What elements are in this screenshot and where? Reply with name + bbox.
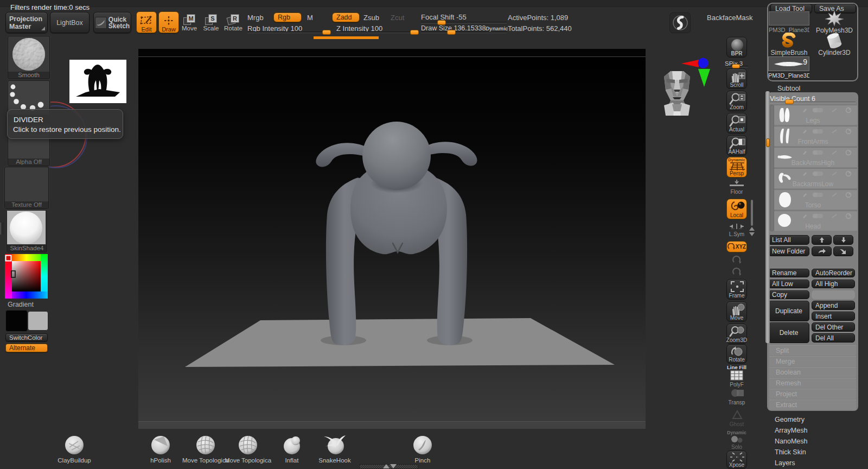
aahalf-button[interactable]: AAHalf — [726, 135, 747, 156]
zoom-button[interactable]: Zoom — [726, 91, 747, 111]
new-folder-button[interactable]: New Folder — [768, 246, 809, 256]
remesh-section[interactable]: Remesh — [769, 378, 856, 388]
zcut-button[interactable]: Zcut — [391, 14, 404, 22]
floor-button[interactable]: Floor — [726, 178, 747, 195]
boolean-section[interactable]: Boolean — [769, 367, 856, 377]
main-color-swatch[interactable] — [5, 310, 28, 332]
left-tray-grip[interactable] — [0, 223, 3, 234]
subtool-row[interactable]: FrontArms — [774, 126, 857, 146]
zadd-button[interactable]: Zadd — [332, 12, 360, 22]
move-3d-button[interactable]: Move — [726, 301, 747, 322]
subtool-row-icons[interactable] — [801, 170, 855, 177]
del-all-button[interactable]: Del All — [812, 333, 855, 343]
tool-item-cylinder3d[interactable]: Cylinder3D — [813, 34, 856, 54]
current-tool-button[interactable] — [669, 12, 691, 33]
z-intensity-slider-track[interactable] — [336, 31, 418, 33]
scale-gyro-button[interactable]: S Scale — [203, 13, 219, 33]
subtool-row[interactable]: Legs — [774, 105, 857, 125]
extract-section[interactable]: Extract — [769, 400, 856, 410]
delete-button[interactable]: Delete — [768, 322, 809, 343]
subtool-row[interactable]: BackArmsHigh — [774, 147, 857, 167]
subtool-row[interactable]: Head — [774, 211, 857, 231]
brush-snakehook[interactable]: SnakeHook — [314, 434, 355, 466]
visible-count-handle[interactable] — [785, 99, 794, 104]
spix-slider[interactable]: SPix 3 — [725, 58, 749, 68]
subtool-scrollbar-track[interactable] — [770, 105, 774, 231]
texture-selector[interactable]: Texture Off — [4, 167, 49, 209]
document-canvas[interactable] — [138, 49, 646, 429]
rgb-intensity-slider-handle[interactable] — [322, 30, 331, 35]
zoom3d-button[interactable]: Zoom3D — [726, 324, 747, 344]
switch-color-button[interactable]: SwitchColor — [5, 333, 48, 341]
split-section[interactable]: Split — [769, 345, 856, 356]
projection-master-button[interactable]: Projection Master — [5, 12, 48, 33]
brush-move-topological-2[interactable]: Move Topologica — [227, 434, 269, 466]
subtool-row-icons[interactable] — [801, 149, 855, 156]
local-button[interactable]: Local — [726, 199, 747, 219]
subtool-row-icons[interactable] — [801, 213, 855, 219]
duplicate-button[interactable]: Duplicate — [768, 301, 809, 321]
brush-inflat[interactable]: Inflat — [271, 434, 312, 466]
move-out-folder-button[interactable] — [833, 246, 853, 256]
shelf-scroll-up-arrow[interactable] — [749, 227, 755, 231]
paste-button-disabled[interactable] — [812, 290, 855, 299]
shelf-scroll-down-arrow[interactable] — [749, 232, 755, 236]
hue-cursor[interactable] — [6, 256, 11, 261]
brush-hpolish[interactable]: hPolish — [140, 434, 181, 466]
material-selector[interactable]: SkinShade4 — [7, 210, 47, 252]
brush-pinch[interactable]: Pinch — [402, 434, 443, 466]
zsub-button[interactable]: Zsub — [363, 14, 379, 22]
brush-move-topological-1[interactable]: Move Topologica — [185, 434, 226, 466]
draw-size-slider-track[interactable] — [421, 31, 507, 33]
xpose-button[interactable]: Xpose — [726, 451, 747, 469]
scroll-button[interactable]: Scroll — [726, 68, 747, 89]
draw-size-dynamic-toggle[interactable]: Dynamic — [485, 26, 508, 31]
del-other-button[interactable]: Del Other — [812, 322, 855, 332]
list-all-button[interactable]: List All — [768, 235, 809, 245]
rotate-z-icon[interactable] — [732, 267, 742, 276]
actual-size-button[interactable]: Actual — [726, 113, 747, 134]
rgb-button[interactable]: Rgb — [273, 12, 302, 22]
mrgb-button[interactable]: Mrgb — [247, 14, 264, 22]
move-subtool-up-button[interactable] — [812, 235, 832, 245]
lsym-button[interactable]: L.Sym — [726, 223, 747, 238]
brush-selector[interactable]: Smooth — [8, 36, 50, 79]
tool-item-pm3d-plane-active[interactable]: 9 PM3D_Plane3D1 — [768, 56, 809, 78]
camera-head-widget[interactable] — [663, 57, 714, 119]
visible-count-track[interactable] — [770, 102, 856, 103]
palette-geometry[interactable]: Geometry — [775, 416, 805, 423]
rename-button[interactable]: Rename — [768, 269, 809, 277]
palette-arraymesh[interactable]: ArrayMesh — [775, 427, 807, 434]
rgb-intensity-slider-track[interactable] — [247, 31, 330, 33]
lightbox-button[interactable]: LightBox — [50, 12, 90, 33]
tool-item-polymesh3d[interactable]: PolyMesh3D — [813, 11, 856, 32]
subtool-title[interactable]: Subtool — [777, 85, 800, 92]
tool-item-simplebrush[interactable]: SimpleBrush — [769, 34, 809, 54]
bpr-render-button[interactable]: BPR — [726, 37, 747, 58]
subtool-row-icons[interactable] — [801, 192, 855, 198]
panel-scrollbar-track[interactable] — [765, 91, 770, 343]
all-low-button[interactable]: All Low — [768, 280, 809, 288]
copy-button[interactable]: Copy — [768, 290, 809, 299]
solo-group[interactable]: Dynamic Solo — [726, 430, 748, 448]
frame-button[interactable]: Frame — [726, 279, 747, 300]
secondary-color-swatch[interactable] — [28, 311, 48, 331]
merge-section[interactable]: Merge — [769, 356, 856, 366]
focal-shift-slider-track[interactable] — [421, 22, 507, 23]
alternate-button[interactable]: Alternate — [5, 344, 48, 352]
move-gyro-button[interactable]: M Move — [181, 13, 197, 33]
quick-sketch-button[interactable]: QuickSketch — [93, 12, 131, 33]
move-to-folder-button[interactable] — [812, 246, 832, 256]
subtool-row[interactable]: BackarmsLow — [774, 168, 857, 188]
project-section[interactable]: Project — [769, 389, 856, 399]
tool-item-pm3d-plane-recent[interactable]: PM3D_Plane3D1 — [769, 11, 809, 32]
line-fill-group[interactable]: Line Fill PolyF — [726, 364, 748, 388]
spix-slider-handle[interactable] — [732, 64, 740, 68]
rotate-gyro-button[interactable]: R Rotate — [225, 13, 242, 33]
subtool-row-icons[interactable] — [801, 128, 855, 135]
persp-button[interactable]: Dynamic Persp — [726, 157, 747, 178]
color-picker[interactable] — [5, 254, 48, 299]
backface-mask-button[interactable]: BackfaceMask — [707, 14, 753, 22]
palette-nanomesh[interactable]: NanoMesh — [775, 438, 807, 445]
subtool-row[interactable]: Torso — [774, 189, 857, 210]
